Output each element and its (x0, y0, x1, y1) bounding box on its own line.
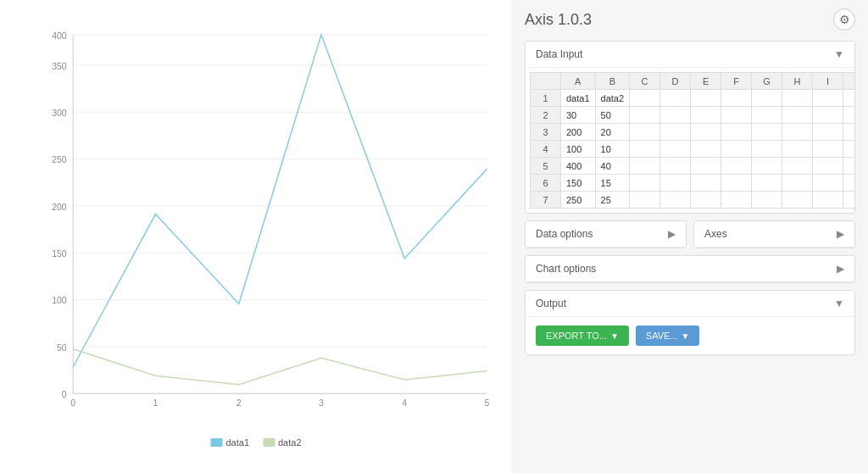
cell-2-B[interactable]: 50 (595, 107, 630, 124)
cell-4-D[interactable] (660, 141, 691, 158)
cell-1-H[interactable] (782, 90, 813, 107)
table-row[interactable]: 410010 (531, 141, 855, 158)
data-options-header[interactable]: Data options ▶ (526, 221, 686, 248)
cell-2-I[interactable] (813, 107, 843, 124)
cell-7-G[interactable] (752, 192, 782, 209)
cell-6-J[interactable] (843, 175, 854, 192)
col-header-e: E (691, 73, 721, 90)
cell-6-H[interactable] (782, 175, 813, 192)
cell-5-D[interactable] (660, 158, 691, 175)
cell-7-H[interactable] (782, 192, 813, 209)
cell-4-E[interactable] (691, 141, 721, 158)
cell-3-C[interactable] (630, 124, 660, 141)
table-row[interactable]: 320020 (531, 124, 855, 141)
cell-7-F[interactable] (721, 192, 752, 209)
cell-6-F[interactable] (721, 175, 752, 192)
cell-7-E[interactable] (691, 192, 721, 209)
axes-header[interactable]: Axes ▶ (694, 221, 854, 248)
cell-3-F[interactable] (721, 124, 752, 141)
svg-text:2: 2 (236, 398, 242, 408)
table-row[interactable]: 540040 (531, 158, 855, 175)
cell-7-C[interactable] (630, 192, 660, 209)
cell-5-F[interactable] (721, 158, 752, 175)
cell-2-F[interactable] (721, 107, 752, 124)
cell-7-J[interactable] (843, 192, 854, 209)
row-header-5: 5 (531, 158, 561, 175)
cell-2-H[interactable] (782, 107, 813, 124)
cell-1-G[interactable] (752, 90, 782, 107)
cell-5-A[interactable]: 400 (561, 158, 596, 175)
cell-1-C[interactable] (630, 90, 660, 107)
cell-7-B[interactable]: 25 (595, 192, 630, 209)
app-header: Axis 1.0.3 ⚙ (525, 8, 855, 31)
cell-5-H[interactable] (782, 158, 813, 175)
save-button[interactable]: SAVE... ▼ (636, 326, 700, 346)
table-row[interactable]: 725025 (531, 192, 855, 209)
cell-6-I[interactable] (813, 175, 843, 192)
cell-6-A[interactable]: 150 (561, 175, 596, 192)
table-row[interactable]: 615015 (531, 175, 855, 192)
chart-options-header[interactable]: Chart options ▶ (526, 256, 854, 282)
spreadsheet-container[interactable]: A B C D E F G H I J 1data1data2230503200… (526, 68, 854, 213)
cell-4-C[interactable] (630, 141, 660, 158)
row-header-1: 1 (531, 90, 561, 107)
cell-1-J[interactable] (843, 90, 854, 107)
cell-3-J[interactable] (843, 124, 854, 141)
table-row[interactable]: 1data1data2 (531, 90, 855, 107)
data-input-label: Data Input (536, 48, 582, 60)
cell-6-C[interactable] (630, 175, 660, 192)
cell-5-G[interactable] (752, 158, 782, 175)
cell-7-I[interactable] (813, 192, 843, 209)
cell-3-B[interactable]: 20 (595, 124, 630, 141)
settings-button[interactable]: ⚙ (833, 8, 855, 31)
cell-4-I[interactable] (813, 141, 843, 158)
cell-6-G[interactable] (752, 175, 782, 192)
cell-1-I[interactable] (813, 90, 843, 107)
data-input-header[interactable]: Data Input ▼ (526, 42, 854, 68)
output-header[interactable]: Output ▼ (526, 291, 854, 317)
cell-2-E[interactable] (691, 107, 721, 124)
cell-4-B[interactable]: 10 (595, 141, 630, 158)
export-button[interactable]: EXPORT TO... ▼ (536, 326, 629, 346)
cell-2-J[interactable] (843, 107, 854, 124)
cell-5-C[interactable] (630, 158, 660, 175)
cell-7-A[interactable]: 250 (561, 192, 596, 209)
cell-1-B[interactable]: data2 (595, 90, 630, 107)
svg-text:3: 3 (319, 398, 324, 408)
cell-4-H[interactable] (782, 141, 813, 158)
cell-1-F[interactable] (721, 90, 752, 107)
cell-3-G[interactable] (752, 124, 782, 141)
cell-5-I[interactable] (813, 158, 843, 175)
chevron-down-icon-output: ▼ (834, 298, 844, 309)
cell-4-F[interactable] (721, 141, 752, 158)
cell-3-D[interactable] (660, 124, 691, 141)
col-header-d: D (660, 73, 691, 90)
cell-2-A[interactable]: 30 (561, 107, 596, 124)
cell-4-G[interactable] (752, 141, 782, 158)
cell-4-J[interactable] (843, 141, 854, 158)
cell-2-C[interactable] (630, 107, 660, 124)
cell-6-E[interactable] (691, 175, 721, 192)
cell-2-G[interactable] (752, 107, 782, 124)
cell-7-D[interactable] (660, 192, 691, 209)
cell-1-D[interactable] (660, 90, 691, 107)
cell-4-A[interactable]: 100 (561, 141, 596, 158)
cell-3-E[interactable] (691, 124, 721, 141)
legend-label-data2: data2 (278, 437, 302, 448)
table-row[interactable]: 23050 (531, 107, 855, 124)
cell-1-A[interactable]: data1 (561, 90, 596, 107)
cell-2-D[interactable] (660, 107, 691, 124)
legend-color-data1 (210, 438, 222, 447)
cell-6-D[interactable] (660, 175, 691, 192)
svg-text:4: 4 (402, 398, 407, 408)
cell-1-E[interactable] (691, 90, 721, 107)
svg-text:200: 200 (52, 203, 67, 212)
cell-5-E[interactable] (691, 158, 721, 175)
cell-3-H[interactable] (782, 124, 813, 141)
cell-6-B[interactable]: 15 (595, 175, 630, 192)
chart-svg: 0 50 100 150 200 250 300 350 400 0 1 2 3… (42, 17, 495, 431)
cell-5-B[interactable]: 40 (595, 158, 630, 175)
cell-3-A[interactable]: 200 (561, 124, 596, 141)
cell-3-I[interactable] (813, 124, 843, 141)
cell-5-J[interactable] (843, 158, 854, 175)
